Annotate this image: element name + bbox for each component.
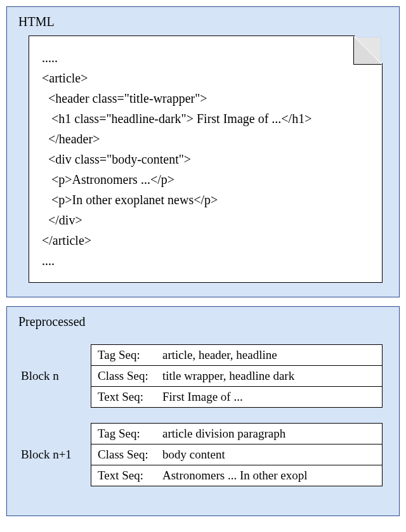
sequence-row: Tag Seq:article, header, headline: [91, 345, 382, 366]
sequence-row: Class Seq:body content: [91, 444, 382, 465]
sequence-value: article, header, headline: [162, 348, 376, 362]
sequence-row: Class Seq:title wrapper, headline dark: [91, 366, 382, 387]
sequence-row: Text Seq:Astronomers ... In other exopl: [91, 465, 382, 486]
sequence-value: First Image of ...: [162, 390, 376, 404]
html-code: ..... <article> <header class="title-wra…: [42, 48, 365, 271]
html-panel-title: HTML: [18, 15, 389, 29]
preprocessed-panel-title: Preprocessed: [18, 315, 389, 329]
page-fold-mask: [355, 36, 383, 63]
html-panel: HTML ..... <article> <header class="titl…: [6, 6, 400, 297]
sequence-key: Tag Seq:: [98, 427, 162, 441]
sequence-key: Tag Seq:: [98, 348, 162, 362]
blocks-container: Block nTag Seq:article, header, headline…: [17, 344, 389, 486]
preprocessed-panel: Preprocessed Block nTag Seq:article, hea…: [6, 306, 400, 516]
block-label: Block n: [17, 369, 91, 383]
sequence-key: Class Seq:: [98, 448, 162, 462]
block-row: Block n+1Tag Seq:article division paragr…: [17, 423, 389, 486]
sequence-value: article division paragraph: [162, 427, 376, 441]
block-row: Block nTag Seq:article, header, headline…: [17, 344, 389, 408]
sequence-key: Text Seq:: [98, 469, 162, 483]
sequence-key: Class Seq:: [98, 369, 162, 383]
sequence-value: title wrapper, headline dark: [162, 369, 376, 383]
sequence-row: Text Seq:First Image of ...: [91, 387, 382, 407]
sequence-value: Astronomers ... In other exopl: [162, 469, 376, 483]
sequence-row: Tag Seq:article division paragraph: [91, 424, 382, 444]
sequence-key: Text Seq:: [98, 390, 162, 404]
sequence-value: body content: [162, 448, 376, 462]
sequence-table: Tag Seq:article division paragraphClass …: [91, 423, 383, 486]
html-document: ..... <article> <header class="title-wra…: [29, 36, 383, 283]
sequence-table: Tag Seq:article, header, headlineClass S…: [91, 344, 383, 408]
block-label: Block n+1: [17, 448, 91, 462]
